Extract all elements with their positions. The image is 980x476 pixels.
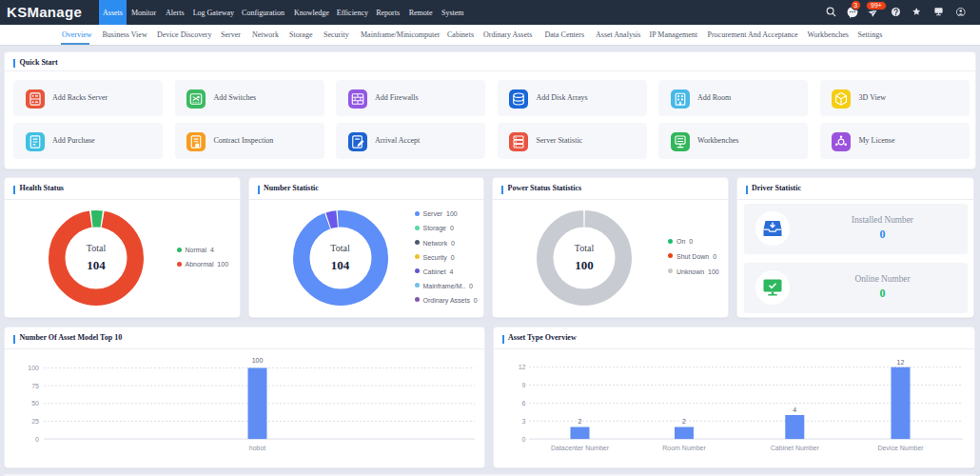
svg-text:75: 75	[31, 382, 39, 388]
svg-text:6: 6	[521, 399, 525, 406]
svg-text:12: 12	[518, 364, 525, 370]
svg-text:Device Number: Device Number	[877, 444, 924, 450]
svg-text:100: 100	[28, 365, 39, 371]
svg-text:Cabinet Number: Cabinet Number	[770, 444, 819, 450]
svg-text:Room Number: Room Number	[662, 444, 706, 450]
svg-text:9: 9	[521, 382, 525, 388]
svg-text:4: 4	[793, 406, 796, 412]
svg-text:Datacenter Number: Datacenter Number	[550, 444, 609, 450]
svg-text:12: 12	[896, 358, 904, 365]
svg-text:100: 100	[252, 357, 264, 364]
svg-text:50: 50	[31, 400, 39, 407]
svg-text:hobot: hobot	[249, 444, 266, 450]
svg-text:0: 0	[521, 435, 525, 442]
svg-text:0: 0	[35, 435, 39, 442]
svg-text:2: 2	[578, 418, 581, 425]
svg-text:25: 25	[31, 418, 39, 425]
svg-text:2: 2	[682, 418, 686, 425]
svg-text:3: 3	[521, 417, 525, 424]
